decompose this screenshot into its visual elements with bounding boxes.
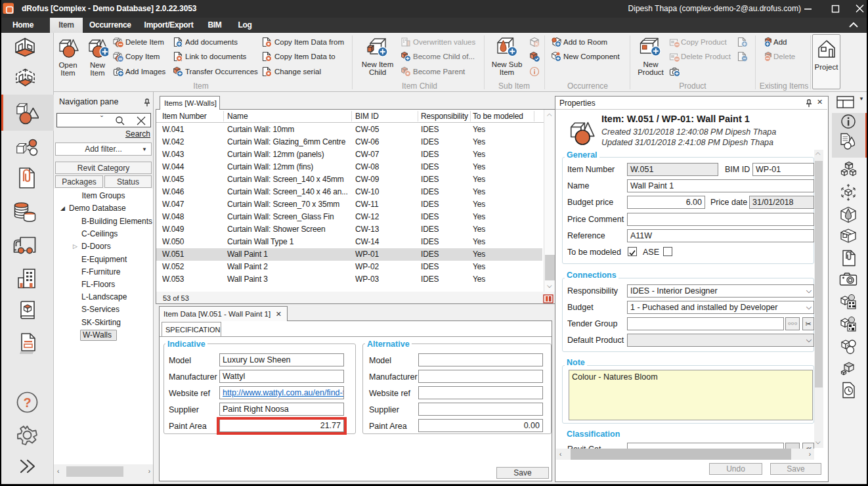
svg-text:?: ? [23,395,31,410]
